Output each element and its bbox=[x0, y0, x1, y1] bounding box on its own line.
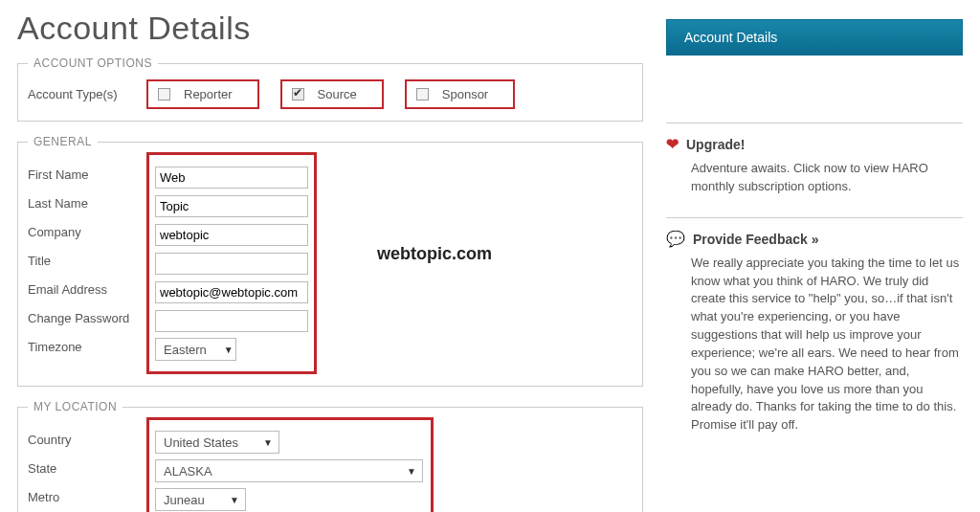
change-password-input[interactable] bbox=[155, 310, 308, 332]
general-inputs-region: Eastern ▼ bbox=[146, 152, 317, 374]
feedback-block: 💬 Provide Feedback » We really appreciat… bbox=[666, 217, 963, 434]
chevron-down-icon: ▼ bbox=[230, 495, 239, 505]
account-type-label: Reporter bbox=[184, 87, 233, 101]
email-input[interactable] bbox=[155, 281, 308, 303]
last-name-input[interactable] bbox=[155, 195, 308, 217]
title-label: Title bbox=[28, 254, 146, 268]
checkbox-sponsor[interactable] bbox=[416, 88, 429, 100]
account-type-sponsor[interactable]: Sponsor bbox=[405, 79, 515, 109]
company-label: Company bbox=[28, 225, 146, 239]
timezone-select[interactable]: Eastern ▼ bbox=[155, 338, 236, 361]
state-select[interactable]: ALASKA ▼ bbox=[155, 459, 423, 482]
upgrade-heading-text: Upgrade! bbox=[686, 137, 745, 152]
speech-bubble-icon: 💬 bbox=[666, 232, 685, 247]
last-name-label: Last Name bbox=[28, 196, 146, 211]
feedback-heading-text: Provide Feedback » bbox=[693, 232, 819, 247]
location-inputs-region: United States ▼ ALASKA ▼ Juneau ▼ bbox=[146, 417, 434, 512]
account-options-legend: ACCOUNT OPTIONS bbox=[28, 56, 158, 70]
country-label: Country bbox=[28, 433, 146, 447]
account-type-label: Sponsor bbox=[442, 87, 488, 101]
account-type-reporter[interactable]: Reporter bbox=[146, 79, 259, 109]
account-type-label: Source bbox=[318, 87, 357, 101]
timezone-label: Timezone bbox=[28, 340, 146, 354]
chevron-down-icon: ▼ bbox=[224, 345, 234, 355]
first-name-label: First Name bbox=[28, 167, 146, 182]
general-legend: GENERAL bbox=[28, 135, 98, 148]
sidebar-tab-account-details[interactable]: Account Details bbox=[666, 19, 963, 56]
upgrade-body: Adventure awaits. Click now to view HARO… bbox=[666, 160, 963, 196]
change-password-label: Change Password bbox=[28, 311, 146, 325]
metro-label: Metro bbox=[28, 490, 146, 504]
feedback-body: We really appreciate you taking the time… bbox=[666, 255, 963, 434]
upgrade-heading[interactable]: ❤ Upgrade! bbox=[666, 137, 963, 152]
chevron-down-icon: ▼ bbox=[407, 466, 416, 477]
upgrade-block: ❤ Upgrade! Adventure awaits. Click now t… bbox=[666, 122, 963, 196]
account-types-label: Account Type(s) bbox=[28, 87, 146, 101]
title-input[interactable] bbox=[155, 253, 308, 275]
account-options-fieldset: ACCOUNT OPTIONS Account Type(s) Reporter… bbox=[17, 56, 643, 122]
general-fieldset: GENERAL webtopic.com First Name Last Nam… bbox=[17, 135, 643, 387]
account-type-source[interactable]: Source bbox=[280, 79, 384, 109]
metro-value: Juneau bbox=[164, 493, 205, 507]
state-label: State bbox=[28, 461, 146, 476]
email-label: Email Address bbox=[28, 282, 146, 297]
checkbox-source[interactable] bbox=[292, 88, 304, 100]
timezone-value: Eastern bbox=[164, 343, 207, 357]
country-select[interactable]: United States ▼ bbox=[155, 431, 279, 454]
location-legend: MY LOCATION bbox=[28, 400, 122, 413]
metro-select[interactable]: Juneau ▼ bbox=[155, 488, 246, 511]
state-value: ALASKA bbox=[164, 464, 212, 479]
company-input[interactable] bbox=[155, 224, 308, 246]
chevron-down-icon: ▼ bbox=[263, 437, 273, 448]
heart-icon: ❤ bbox=[666, 137, 679, 152]
first-name-input[interactable] bbox=[155, 167, 308, 189]
page-title: Account Details bbox=[17, 10, 643, 47]
country-value: United States bbox=[164, 435, 238, 450]
location-fieldset: MY LOCATION Country State Metro United S… bbox=[17, 400, 643, 512]
checkbox-reporter[interactable] bbox=[158, 88, 170, 100]
watermark-text: webtopic.com bbox=[377, 244, 492, 264]
feedback-heading[interactable]: 💬 Provide Feedback » bbox=[666, 232, 963, 247]
